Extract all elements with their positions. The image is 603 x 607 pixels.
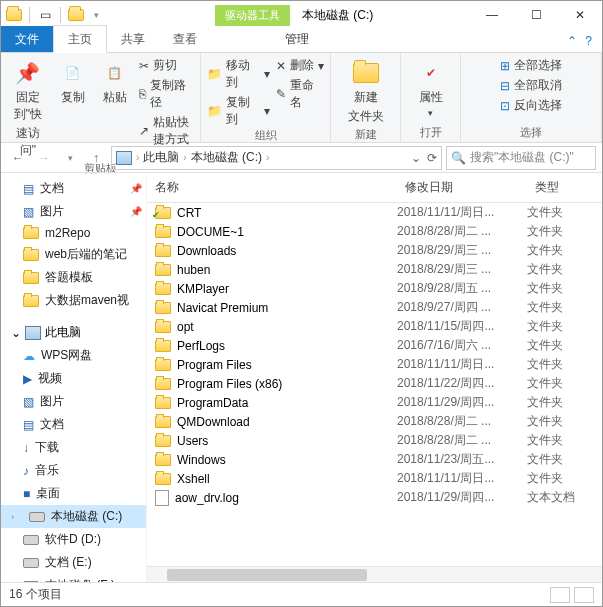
up-button[interactable]: ↑ [85,147,107,169]
sidebar-this-pc[interactable]: ⌄此电脑 [1,320,146,344]
sidebar-item[interactable]: m2Repo [1,223,146,243]
list-item[interactable]: Downloads 2018/8/29/周三 ... 文件夹 [147,241,602,260]
thumbnails-view-button[interactable] [574,587,594,603]
sidebar-item-label: 音乐 [35,462,59,479]
sidebar-item[interactable]: ☁WPS网盘 [1,344,146,367]
list-item[interactable]: QMDownload 2018/8/28/周二 ... 文件夹 [147,412,602,431]
list-item[interactable]: KMPlayer 2018/9/28/周五 ... 文件夹 [147,279,602,298]
cut-button[interactable]: ✂剪切 [139,57,194,74]
search-input[interactable]: 🔍 搜索"本地磁盘 (C:)" [446,146,596,170]
sidebar-item-label: 文档 [40,180,64,197]
copy-path-button[interactable]: ⎘复制路径 [139,77,194,111]
tab-view[interactable]: 查看 [159,26,211,52]
list-item[interactable]: Program Files (x86) 2018/11/22/周四... 文件夹 [147,374,602,393]
sidebar-item[interactable]: ▤文档📌 [1,177,146,200]
file-type: 文件夹 [527,375,602,392]
sidebar-item-label: 本地磁盘 (C:) [51,508,122,525]
expand-icon[interactable]: › [11,512,21,522]
list-item[interactable]: PerfLogs 2016/7/16/周六 ... 文件夹 [147,336,602,355]
col-name[interactable]: 名称 [147,173,397,202]
minimize-button[interactable]: — [470,1,514,29]
invert-selection-button[interactable]: ⊡反向选择 [500,97,562,114]
tab-home[interactable]: 主页 [53,25,107,53]
sidebar-item[interactable]: ▶视频 [1,367,146,390]
tab-file[interactable]: 文件 [1,26,53,52]
tab-share[interactable]: 共享 [107,26,159,52]
sidebar-item[interactable]: ♪音乐 [1,459,146,482]
file-date: 2018/11/29/周四... [397,489,527,506]
sidebar-item-label: 文档 (E:) [45,554,92,571]
sidebar-item[interactable]: 软件D (D:) [1,528,146,551]
sidebar-item[interactable]: ↓下载 [1,436,146,459]
sidebar-item[interactable]: 本地磁盘 (F:) [1,574,146,582]
list-item[interactable]: DOCUME~1 2018/8/28/周二 ... 文件夹 [147,222,602,241]
maximize-button[interactable]: ☐ [514,1,558,29]
file-date: 2018/8/28/周二 ... [397,432,527,449]
paste-icon: 📋 [101,59,129,87]
properties-quick-icon[interactable]: ▭ [36,6,54,24]
nav-pane[interactable]: ▤文档📌▧图片📌m2Repoweb后端的笔记答题模板大数据maven视⌄此电脑☁… [1,173,147,582]
select-all-button[interactable]: ⊞全部选择 [500,57,562,74]
help-icon[interactable]: ? [585,34,592,48]
list-item[interactable]: ✔CRT 2018/11/11/周日... 文件夹 [147,203,602,222]
list-item[interactable]: Xshell 2018/11/11/周日... 文件夹 [147,469,602,488]
paste-button[interactable]: 📋 粘贴 [97,57,133,108]
back-button[interactable]: ← [7,147,29,169]
rename-button[interactable]: ✎重命名 [276,77,324,111]
sidebar-item[interactable]: 文档 (E:) [1,551,146,574]
close-button[interactable]: ✕ [558,1,602,29]
search-placeholder: 搜索"本地磁盘 (C:)" [470,149,574,166]
file-name: KMPlayer [177,282,229,296]
shortcut-icon: ↗ [139,124,149,138]
select-none-button[interactable]: ⊟全部取消 [500,77,562,94]
file-name: DOCUME~1 [177,225,244,239]
properties-button[interactable]: ✔ 属性▾ [413,57,449,120]
col-type[interactable]: 类型 [527,173,602,202]
file-name: Windows [177,453,226,467]
file-date: 2018/11/11/周日... [397,204,527,221]
details-view-button[interactable] [550,587,570,603]
copy-to-button[interactable]: 📁复制到 ▾ [207,94,270,128]
status-bar: 16 个项目 [1,582,602,606]
delete-button[interactable]: ✕删除 ▾ [276,57,324,74]
sidebar-item[interactable]: web后端的笔记 [1,243,146,266]
list-item[interactable]: Navicat Premium 2018/9/27/周四 ... 文件夹 [147,298,602,317]
list-item[interactable]: huben 2018/8/29/周三 ... 文件夹 [147,260,602,279]
qat-dropdown-icon[interactable]: ▾ [87,6,105,24]
recent-dropdown[interactable]: ▾ [59,147,81,169]
list-item[interactable]: ProgramData 2018/11/29/周四... 文件夹 [147,393,602,412]
collapse-ribbon-icon[interactable]: ⌃ [567,34,577,48]
new-folder-button[interactable]: 新建文件夹 [344,57,388,127]
sidebar-item[interactable]: ›本地磁盘 (C:) [1,505,146,528]
list-item[interactable]: Program Files 2018/11/11/周日... 文件夹 [147,355,602,374]
tab-manage[interactable]: 管理 [271,26,323,52]
list-item[interactable]: Windows 2018/11/23/周五... 文件夹 [147,450,602,469]
sidebar-item[interactable]: 大数据maven视 [1,289,146,312]
list-item[interactable]: Users 2018/8/28/周二 ... 文件夹 [147,431,602,450]
file-type: 文件夹 [527,318,602,335]
list-item[interactable]: aow_drv.log 2018/11/29/周四... 文本文档 [147,488,602,507]
breadcrumb-root[interactable]: 此电脑 [143,149,179,166]
refresh-icon[interactable]: ⟳ [427,151,437,165]
horizontal-scrollbar[interactable] [147,566,602,582]
folder-icon [155,378,171,390]
expand-icon[interactable]: ⌄ [11,326,21,340]
address-dropdown-icon[interactable]: ⌄ [411,151,421,165]
sidebar-item[interactable]: ▧图片 [1,390,146,413]
file-name: QMDownload [177,415,250,429]
breadcrumb-drive[interactable]: 本地磁盘 (C:) [191,149,262,166]
forward-button[interactable]: → [33,147,55,169]
breadcrumb[interactable]: › 此电脑 › 本地磁盘 (C:) › ⌄ ⟳ [111,146,442,170]
file-list[interactable]: ✔CRT 2018/11/11/周日... 文件夹 DOCUME~1 2018/… [147,203,602,566]
sidebar-item[interactable]: ■桌面 [1,482,146,505]
copy-button[interactable]: 📄 复制 [55,57,91,108]
new-folder-quick-icon[interactable] [67,6,85,24]
sidebar-item[interactable]: ▧图片📌 [1,200,146,223]
folder-icon [155,473,171,485]
sidebar-item[interactable]: ▤文档 [1,413,146,436]
move-to-button[interactable]: 📁移动到 ▾ [207,57,270,91]
sidebar-item[interactable]: 答题模板 [1,266,146,289]
col-date[interactable]: 修改日期 [397,173,527,202]
column-headers[interactable]: 名称 修改日期 类型 [147,173,602,203]
list-item[interactable]: opt 2018/11/15/周四... 文件夹 [147,317,602,336]
